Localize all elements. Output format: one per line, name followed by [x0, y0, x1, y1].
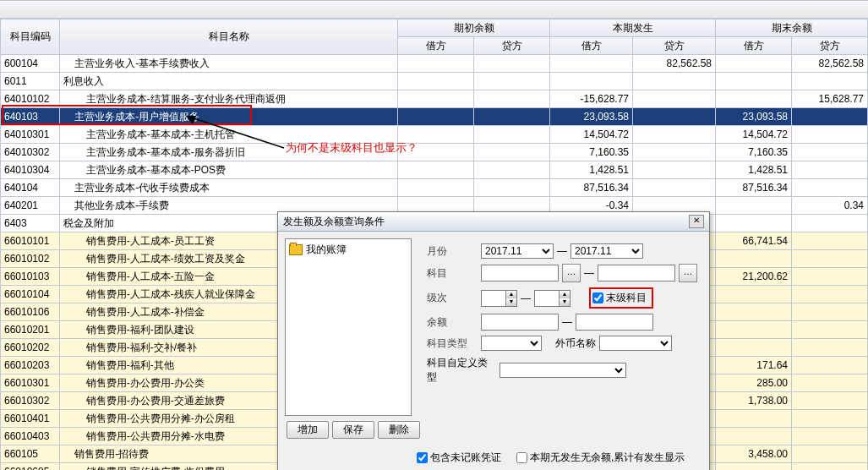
folder-icon	[289, 244, 303, 255]
cell-ending-debit	[716, 90, 792, 108]
cell-code: 66010103	[1, 268, 60, 286]
account-to-picker[interactable]: …	[679, 264, 697, 282]
cell-ending-debit	[716, 463, 792, 471]
cell-ending-debit: 14,504.72	[716, 126, 792, 144]
table-row[interactable]: 6011利息收入	[1, 73, 868, 90]
hdr-name[interactable]: 科目名称	[60, 19, 398, 55]
cell-current-credit	[633, 126, 716, 144]
cell-ending-credit	[792, 286, 868, 303]
cell-ending-credit	[792, 339, 868, 357]
cell-code: 66010102	[1, 250, 60, 268]
cell-code: 64010102	[1, 90, 60, 108]
account-from[interactable]	[481, 265, 559, 281]
level-from[interactable]: ▲▼	[481, 290, 517, 307]
cell-code: 64010304	[1, 161, 60, 179]
label-currency: 外币名称	[555, 336, 596, 351]
hdr-code[interactable]: 科目编码	[1, 19, 60, 55]
month-from[interactable]: 2017.11	[481, 243, 554, 259]
dialog-titlebar[interactable]: 发生额及余额查询条件 ✕	[278, 212, 709, 232]
table-row[interactable]: 640103 主营业务成本-用户增值服务23,093.5823,093.58	[1, 108, 868, 126]
hdr-ending-debit[interactable]: 借方	[716, 37, 792, 55]
cell-code: 66010106	[1, 303, 60, 321]
cell-opening-debit	[398, 73, 474, 90]
cell-ending-credit	[792, 268, 868, 286]
cell-ending-credit	[792, 179, 868, 197]
cell-opening-debit	[398, 108, 474, 126]
balance-from[interactable]	[481, 314, 559, 331]
label-account-type: 科目类型	[427, 336, 478, 351]
hdr-current-credit[interactable]: 贷方	[633, 37, 716, 55]
dash: —	[562, 316, 572, 328]
account-to[interactable]	[598, 265, 675, 281]
cell-current-debit: 23,093.58	[550, 108, 633, 126]
currency[interactable]	[599, 336, 672, 351]
annotation-text: 为何不是末级科目也显示？	[286, 140, 418, 156]
cell-ending-debit: 21,200.62	[716, 268, 792, 286]
label-month: 月份	[427, 244, 478, 259]
cell-ending-credit	[792, 250, 868, 268]
cell-ending-debit	[716, 250, 792, 268]
bookmark-tree[interactable]: 我的账簿	[285, 238, 412, 416]
cell-ending-debit: 171.64	[716, 357, 792, 374]
delete-button[interactable]: 删除	[378, 421, 420, 439]
cell-ending-debit: 23,093.58	[716, 108, 792, 126]
cell-current-debit	[550, 55, 633, 73]
add-button[interactable]: 增加	[287, 421, 329, 439]
account-from-picker[interactable]: …	[562, 264, 581, 282]
cell-code: 66010401	[1, 410, 60, 428]
hdr-ending-credit[interactable]: 贷方	[792, 37, 868, 55]
hdr-ending[interactable]: 期末余额	[716, 19, 868, 37]
cell-ending-credit	[792, 321, 868, 339]
cell-code: 660105	[1, 445, 60, 463]
cell-ending-debit	[716, 215, 792, 232]
close-icon[interactable]: ✕	[689, 215, 704, 228]
cell-ending-credit	[792, 445, 868, 463]
cell-ending-credit	[792, 126, 868, 144]
tree-root-label[interactable]: 我的账簿	[306, 243, 347, 255]
table-row[interactable]: 64010102 主营业务成本-结算服务-支付业务代理商返佣-15,628.77…	[1, 90, 868, 108]
cell-code: 64010301	[1, 126, 60, 144]
hdr-opening-debit[interactable]: 借方	[398, 37, 474, 55]
cell-ending-debit: 66,741.54	[716, 232, 792, 250]
cell-code: 6403	[1, 215, 60, 232]
include-unposted-checkbox[interactable]: 包含未记账凭证	[417, 451, 501, 465]
hdr-current-debit[interactable]: 借方	[550, 37, 633, 55]
level-to[interactable]: ▲▼	[534, 290, 570, 307]
cell-opening-credit	[474, 90, 550, 108]
save-button[interactable]: 保存	[332, 421, 374, 439]
cell-code: 66010101	[1, 232, 60, 250]
suppress-zero-checkbox[interactable]: 本期无发生无余额,累计有发生显示	[516, 451, 685, 465]
hdr-opening-credit[interactable]: 贷方	[474, 37, 550, 55]
cell-code: 66010202	[1, 339, 60, 357]
cell-opening-credit	[474, 55, 550, 73]
balance-to[interactable]	[576, 314, 653, 331]
cell-name: 主营业务成本-代收手续费成本	[60, 179, 398, 197]
leaf-account-checkbox[interactable]: 末级科目	[589, 287, 653, 309]
table-row[interactable]: 64010304 主营业务成本-基本成本-POS费1,428.511,428.5…	[1, 161, 868, 179]
account-type[interactable]	[481, 336, 542, 351]
cell-code: 66010403	[1, 428, 60, 445]
cell-code: 66010104	[1, 286, 60, 303]
cell-ending-credit	[792, 161, 868, 179]
cell-name: 利息收入	[60, 73, 398, 90]
table-row[interactable]: 600104 主营业务收入-基本手续费收入82,562.5882,562.58	[1, 55, 868, 73]
cell-current-credit	[633, 90, 716, 108]
cell-current-credit	[633, 73, 716, 90]
cell-opening-debit	[398, 55, 474, 73]
cell-ending-credit	[792, 144, 868, 161]
table-row[interactable]: 640104 主营业务成本-代收手续费成本87,516.3487,516.34	[1, 179, 868, 197]
cell-ending-credit	[792, 428, 868, 445]
dash: —	[557, 245, 567, 257]
cell-ending-debit: 7,160.35	[716, 144, 792, 161]
cell-code: 640104	[1, 179, 60, 197]
cell-ending-debit	[716, 197, 792, 215]
cell-name: 主营业务成本-结算服务-支付业务代理商返佣	[60, 90, 398, 108]
cell-name: 主营业务成本-基本成本-POS费	[60, 161, 398, 179]
month-to[interactable]: 2017.11	[570, 243, 643, 259]
custom-type[interactable]	[500, 363, 626, 378]
table-row[interactable]: 64010302 主营业务成本-基本成本-服务器折旧7,160.357,160.…	[1, 144, 868, 161]
hdr-current[interactable]: 本期发生	[550, 19, 716, 37]
cell-ending-credit: 0.34	[792, 197, 868, 215]
hdr-opening[interactable]: 期初余额	[398, 19, 550, 37]
table-row[interactable]: 64010301 主营业务成本-基本成本-主机托管14,504.7214,504…	[1, 126, 868, 144]
